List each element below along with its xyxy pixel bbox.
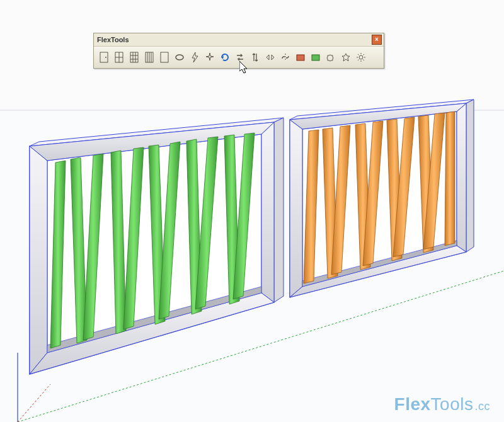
flextools-toolbar[interactable]: FlexTools × — [93, 33, 384, 69]
svg-marker-24 — [290, 120, 302, 297]
settings-icon — [356, 52, 366, 62]
svg-marker-58 — [272, 55, 274, 60]
svg-rect-60 — [297, 55, 304, 60]
watermark-bold: Flex — [394, 394, 431, 414]
flex-window-button[interactable] — [112, 49, 127, 66]
svg-marker-4 — [30, 146, 47, 374]
component-red-icon — [295, 52, 306, 62]
svg-rect-39 — [100, 52, 108, 62]
toolbar-button-row — [94, 47, 384, 68]
favorite-button[interactable] — [338, 49, 353, 66]
component-green-icon — [311, 52, 321, 62]
puzzle-button[interactable] — [323, 49, 338, 66]
component-red-button[interactable] — [293, 49, 308, 66]
svg-marker-62 — [342, 54, 350, 61]
svg-marker-38 — [445, 111, 455, 246]
arrows-vert-button[interactable] — [248, 49, 263, 66]
link-break-icon — [280, 52, 290, 62]
svg-marker-25 — [457, 103, 466, 252]
svg-marker-55 — [192, 52, 198, 62]
flex-door-icon — [100, 52, 108, 63]
mirror-horiz-button[interactable] — [263, 49, 278, 66]
flip-icon — [235, 52, 245, 62]
watermark: FlexTools.cc — [394, 394, 490, 414]
watermark-light: Tools — [431, 394, 474, 414]
watermark-suffix: .cc — [474, 400, 490, 413]
refresh-icon — [220, 52, 230, 62]
flex-window-grid-button[interactable] — [127, 49, 142, 66]
puzzle-icon — [326, 52, 336, 62]
flex-slats-icon — [145, 52, 154, 63]
flex-sparkle-icon — [205, 52, 215, 62]
flex-sparkle-button[interactable] — [202, 49, 217, 66]
toolbar-close-button[interactable]: × — [372, 35, 382, 45]
svg-marker-2 — [274, 118, 284, 302]
favorite-icon — [341, 52, 351, 62]
svg-marker-57 — [266, 55, 269, 60]
svg-rect-61 — [312, 55, 319, 60]
flex-window-icon — [115, 52, 123, 63]
settings-button[interactable] — [353, 49, 369, 66]
svg-marker-5 — [261, 122, 274, 302]
flex-frame-button[interactable] — [157, 49, 172, 66]
flex-bolt-icon — [190, 52, 199, 63]
toolbar-title-text: FlexTools — [97, 36, 129, 43]
link-break-button[interactable] — [278, 49, 293, 66]
svg-point-63 — [359, 55, 363, 59]
flex-ellipse-button[interactable] — [172, 49, 187, 66]
svg-point-40 — [105, 57, 106, 58]
flip-button[interactable] — [232, 49, 248, 66]
svg-marker-22 — [466, 100, 474, 252]
component-green-button[interactable] — [308, 49, 323, 66]
flex-frame-icon — [160, 52, 169, 63]
flex-door-button[interactable] — [96, 49, 112, 66]
arrows-vert-icon — [251, 52, 260, 63]
flex-window-grid-icon — [130, 52, 139, 63]
svg-rect-53 — [161, 52, 168, 62]
close-icon: × — [375, 37, 379, 43]
svg-rect-44 — [130, 52, 138, 62]
flex-bolt-button[interactable] — [187, 49, 202, 66]
toolbar-titlebar[interactable]: FlexTools × — [94, 33, 384, 47]
svg-point-54 — [176, 55, 183, 60]
flex-slats-button[interactable] — [142, 49, 157, 66]
mirror-horiz-icon — [265, 52, 275, 62]
flex-ellipse-icon — [175, 52, 185, 62]
refresh-button[interactable] — [217, 49, 232, 66]
